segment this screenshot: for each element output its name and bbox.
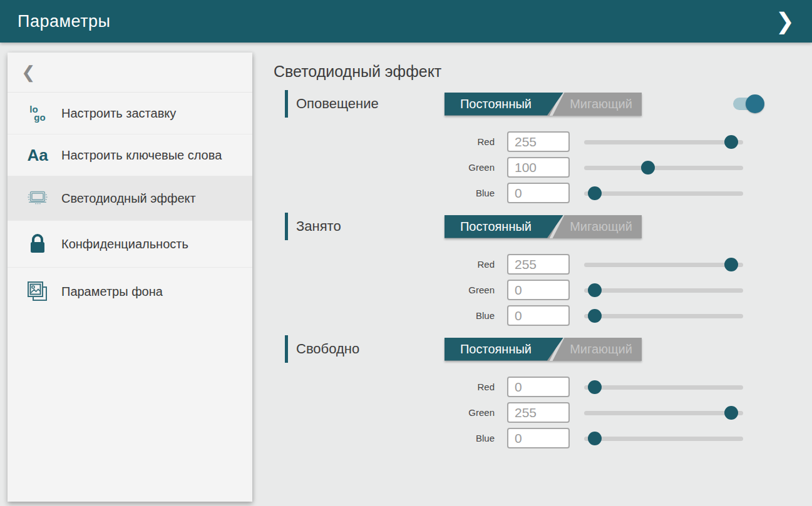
slider-track (584, 140, 743, 144)
mode-solid-button[interactable]: Постоянный (445, 215, 563, 238)
section-title: Занято (296, 218, 341, 234)
sidebar-item-label: Конфиденциальность (61, 236, 188, 252)
channel-label: Blue (274, 433, 495, 443)
channel-label: Green (274, 285, 495, 295)
slider-track (584, 263, 743, 267)
sidebar-item-label: Настроить заставку (61, 105, 176, 121)
enable-switch[interactable] (733, 98, 761, 110)
slider-thumb[interactable] (641, 161, 655, 175)
green-slider[interactable] (584, 160, 743, 175)
images-icon (26, 280, 49, 303)
channel-row-green: Green (274, 402, 812, 423)
sidebar-item-label: Параметры фона (61, 283, 163, 300)
section-free: Свободно Постоянный Мигающий Red Green (274, 335, 812, 448)
section-title: Оповещение (296, 96, 379, 111)
slider-track (584, 288, 743, 293)
sidebar: ❮ lo go Настроить заставку Aa Настроить … (8, 53, 252, 502)
channel-row-red: Red (274, 254, 812, 275)
slider-thumb[interactable] (588, 186, 602, 200)
mode-solid-button[interactable]: Постоянный (445, 338, 563, 361)
blue-slider[interactable] (584, 186, 743, 201)
slider-track (584, 191, 743, 196)
section-title: Свободно (296, 341, 359, 357)
channel-label: Blue (274, 310, 495, 321)
back-chevron-icon: ❮ (21, 63, 36, 83)
green-value-input[interactable] (507, 402, 570, 423)
slider-track (584, 166, 743, 170)
mode-toggle[interactable]: Постоянный Мигающий (445, 338, 642, 361)
mode-blinking-button[interactable]: Мигающий (560, 338, 642, 361)
channel-row-red: Red (274, 377, 812, 397)
sidebar-item-label: Настроить ключевые слова (61, 147, 222, 163)
page-title: Параметры (18, 12, 110, 31)
red-value-input[interactable] (507, 377, 570, 397)
slider-thumb[interactable] (588, 432, 602, 445)
channel-row-blue: Blue (274, 183, 812, 203)
channel-row-blue: Blue (274, 428, 812, 448)
logo-icon: lo go (26, 105, 49, 121)
slider-thumb[interactable] (724, 258, 738, 271)
sidebar-item-background[interactable]: Параметры фона (8, 267, 252, 315)
slider-track (584, 411, 743, 415)
slider-thumb[interactable] (724, 135, 738, 149)
switch-knob (746, 94, 764, 113)
slider-thumb[interactable] (724, 406, 738, 420)
section-notification: Оповещение Постоянный Мигающий Red (274, 90, 812, 203)
mode-solid-button[interactable]: Постоянный (445, 93, 563, 116)
blue-value-input[interactable] (507, 428, 570, 448)
slider-track (584, 437, 743, 441)
red-value-input[interactable] (507, 131, 570, 152)
channel-label: Green (274, 407, 495, 418)
mode-blinking-button[interactable]: Мигающий (560, 215, 642, 238)
mode-blinking-button[interactable]: Мигающий (560, 93, 642, 116)
main-content: Светодиодный эффект Оповещение Постоянны… (274, 43, 812, 506)
mode-toggle[interactable]: Постоянный Мигающий (445, 93, 642, 116)
channel-row-green: Green (274, 157, 812, 178)
blue-value-input[interactable] (507, 183, 570, 203)
led-screen-icon (26, 189, 49, 208)
slider-thumb[interactable] (588, 309, 602, 323)
channel-label: Red (274, 382, 495, 392)
forward-chevron-icon[interactable]: ❯ (776, 10, 794, 33)
blue-slider[interactable] (584, 308, 743, 323)
red-value-input[interactable] (507, 254, 570, 275)
channel-row-blue: Blue (274, 305, 812, 326)
red-slider[interactable] (584, 134, 743, 149)
sidebar-back-button[interactable]: ❮ (8, 53, 252, 93)
green-value-input[interactable] (507, 157, 570, 178)
channel-row-red: Red (274, 131, 812, 152)
green-slider[interactable] (584, 405, 743, 420)
slider-thumb[interactable] (588, 283, 602, 297)
red-slider[interactable] (584, 380, 743, 395)
channel-label: Blue (274, 188, 495, 198)
slider-thumb[interactable] (588, 380, 602, 394)
green-value-input[interactable] (507, 280, 570, 300)
app-header: Параметры ❯ (0, 0, 812, 43)
sidebar-item-label: Светодиодный эффект (61, 190, 196, 206)
channel-label: Red (274, 259, 495, 270)
channel-label: Green (274, 162, 495, 173)
content-title: Светодиодный эффект (274, 63, 812, 81)
channel-label: Red (274, 136, 495, 147)
slider-track (584, 385, 743, 390)
channel-row-green: Green (274, 280, 812, 300)
slider-track (584, 314, 743, 318)
sidebar-item-keywords[interactable]: Aa Настроить ключевые слова (8, 134, 252, 176)
sidebar-item-splash-screen[interactable]: lo go Настроить заставку (8, 93, 252, 134)
sidebar-item-led-effect[interactable]: Светодиодный эффект (8, 176, 252, 220)
text-aa-icon: Aa (26, 147, 49, 163)
red-slider[interactable] (584, 257, 743, 272)
mode-toggle[interactable]: Постоянный Мигающий (445, 215, 642, 238)
blue-value-input[interactable] (507, 305, 570, 326)
sidebar-item-privacy[interactable]: Конфиденциальность (8, 220, 252, 267)
green-slider[interactable] (584, 283, 743, 298)
section-busy: Занято Постоянный Мигающий Red Green (274, 213, 812, 326)
lock-icon (26, 233, 49, 255)
blue-slider[interactable] (584, 431, 743, 446)
